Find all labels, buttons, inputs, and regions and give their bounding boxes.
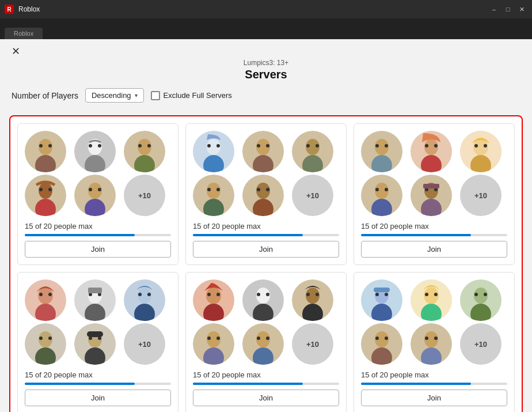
sort-dropdown[interactable]: Descending ▾ — [85, 88, 144, 103]
join-button[interactable]: Join — [193, 241, 339, 258]
svg-point-133 — [375, 293, 379, 296]
svg-point-140 — [434, 293, 438, 296]
servers-grid: +10 15 of 20 people max Join — [17, 123, 515, 412]
server-card: +10 15 of 20 people max Join — [185, 272, 347, 412]
svg-point-144 — [474, 293, 478, 296]
filter-row: Number of Players Descending ▾ Exclude F… — [12, 88, 520, 103]
avatar — [411, 131, 452, 172]
server-card: +10 15 of 20 people max Join — [17, 123, 178, 265]
avatar — [361, 175, 402, 216]
svg-point-123 — [207, 337, 211, 340]
content-header: ✕ Lumpics3: 13+ Servers Number of Player… — [0, 39, 532, 108]
avatar — [25, 175, 66, 216]
avatar — [193, 175, 234, 216]
servers-area[interactable]: +10 15 of 20 people max Join — [0, 108, 532, 412]
svg-point-45 — [207, 188, 211, 191]
svg-point-145 — [484, 293, 487, 296]
join-button[interactable]: Join — [25, 390, 171, 406]
tab-roblox[interactable]: Roblox — [5, 28, 43, 39]
avatars-grid: +10 — [193, 131, 339, 216]
progress-bar — [25, 234, 171, 236]
plus-badge: +10 — [292, 175, 333, 216]
svg-point-20 — [39, 188, 43, 191]
svg-point-36 — [266, 144, 269, 148]
avatar — [411, 175, 452, 216]
avatars-grid: +10 — [193, 279, 339, 365]
avatar — [74, 323, 116, 365]
plus-badge: +10 — [460, 175, 501, 216]
avatar — [25, 323, 66, 365]
exclude-full-servers-checkbox[interactable] — [151, 91, 160, 100]
exclude-full-servers-label: Exclude Full Servers — [164, 91, 232, 100]
avatar — [292, 131, 333, 172]
exclude-full-servers-wrap[interactable]: Exclude Full Servers — [151, 91, 232, 100]
svg-point-70 — [375, 188, 379, 191]
avatar — [124, 279, 165, 321]
svg-point-31 — [216, 144, 220, 148]
svg-point-66 — [484, 144, 487, 148]
svg-point-26 — [98, 188, 101, 191]
avatar — [25, 279, 66, 321]
svg-point-11 — [98, 144, 101, 148]
avatars-grid: +10 — [25, 131, 171, 216]
maximize-button[interactable]: □ — [502, 3, 514, 15]
svg-point-30 — [207, 144, 211, 148]
avatar — [242, 323, 284, 365]
roblox-icon: R — [5, 5, 14, 14]
progress-bar — [193, 383, 339, 385]
avatar — [242, 175, 284, 216]
join-button[interactable]: Join — [193, 390, 339, 406]
svg-point-128 — [257, 337, 260, 340]
tabs-bar: Roblox — [0, 18, 532, 39]
svg-rect-77 — [423, 184, 439, 188]
svg-point-25 — [89, 188, 92, 191]
svg-point-65 — [474, 144, 478, 148]
avatar — [74, 279, 116, 321]
join-button[interactable]: Join — [361, 390, 507, 406]
progress-bar — [25, 383, 171, 385]
minimize-button[interactable]: – — [488, 3, 500, 15]
progress-bar — [193, 234, 339, 236]
svg-point-139 — [425, 293, 428, 296]
servers-title: Servers — [12, 68, 520, 81]
svg-point-71 — [385, 188, 388, 191]
avatar — [411, 323, 452, 365]
window-close-button[interactable]: ✕ — [516, 3, 527, 15]
app-title: Roblox — [18, 5, 40, 13]
server-info: 15 of 20 people max — [193, 371, 339, 379]
svg-point-56 — [385, 144, 388, 148]
sort-value: Descending — [92, 91, 131, 100]
server-info: 15 of 20 people max — [25, 222, 171, 230]
svg-point-81 — [39, 293, 43, 296]
avatar — [361, 279, 402, 321]
svg-rect-135 — [374, 288, 390, 292]
progress-bar-fill — [25, 383, 135, 385]
avatar — [25, 131, 66, 172]
join-button[interactable]: Join — [361, 241, 507, 258]
avatar — [361, 323, 402, 365]
svg-point-51 — [266, 188, 269, 191]
avatar — [460, 131, 501, 172]
svg-point-40 — [306, 144, 310, 148]
svg-point-61 — [434, 144, 438, 148]
svg-point-98 — [48, 337, 52, 340]
svg-point-46 — [216, 188, 220, 191]
title-bar: R Roblox – □ ✕ — [0, 0, 532, 18]
server-card: +10 15 of 20 people max Join — [185, 123, 347, 265]
svg-point-118 — [306, 293, 310, 296]
svg-point-114 — [266, 293, 269, 296]
join-button[interactable]: Join — [25, 241, 171, 258]
svg-point-93 — [147, 293, 151, 296]
svg-point-154 — [425, 337, 428, 340]
avatars-grid: +10 — [25, 279, 171, 365]
close-button[interactable]: ✕ — [12, 46, 20, 56]
avatars-grid: +10 — [361, 131, 507, 216]
svg-point-97 — [39, 337, 43, 340]
avatars-grid: +10 — [361, 279, 507, 365]
avatar — [242, 131, 284, 172]
server-info: 15 of 20 people max — [193, 222, 339, 230]
progress-bar-fill — [193, 234, 303, 236]
svg-point-149 — [375, 337, 379, 340]
progress-bar-fill — [193, 383, 303, 385]
svg-point-129 — [266, 337, 269, 340]
